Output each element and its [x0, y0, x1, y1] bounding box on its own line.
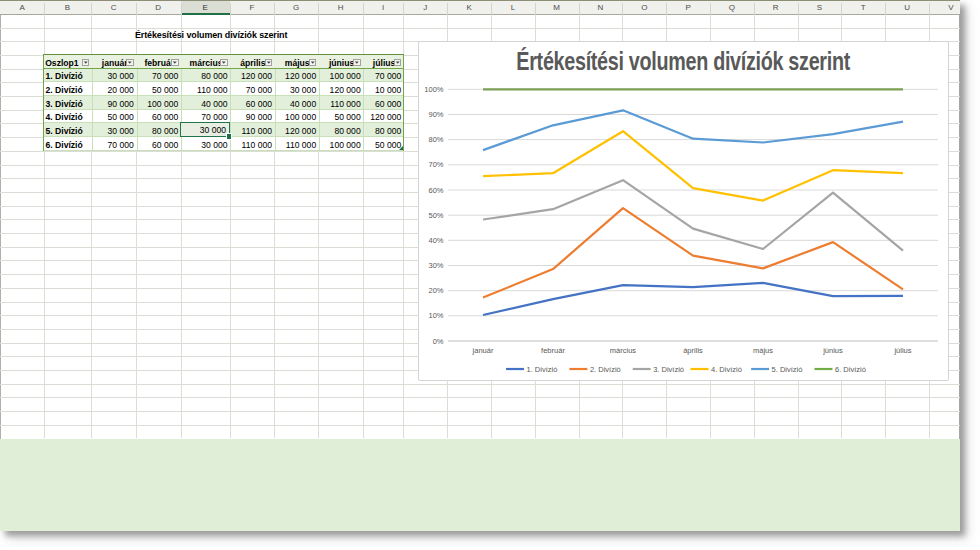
svg-text:0%: 0%: [433, 336, 444, 345]
svg-text:80%: 80%: [429, 135, 444, 144]
svg-text:100%: 100%: [425, 84, 445, 93]
svg-text:január: január: [472, 345, 494, 354]
svg-text:április: április: [684, 345, 704, 354]
svg-text:10%: 10%: [429, 311, 444, 320]
svg-text:1. Divízió: 1. Divízió: [527, 364, 558, 373]
svg-text:50%: 50%: [429, 210, 444, 219]
svg-text:március: március: [610, 345, 637, 354]
svg-text:május: május: [753, 345, 773, 354]
svg-text:20%: 20%: [429, 286, 444, 295]
svg-text:60%: 60%: [429, 185, 444, 194]
svg-text:2. Divízió: 2. Divízió: [590, 364, 621, 373]
svg-text:4. Divízió: 4. Divízió: [711, 364, 742, 373]
svg-text:július: július: [894, 345, 912, 354]
svg-text:június: június: [823, 345, 844, 354]
svg-text:30%: 30%: [429, 261, 444, 270]
svg-text:február: február: [542, 345, 566, 354]
svg-text:5. Divízió: 5. Divízió: [772, 364, 803, 373]
svg-text:40%: 40%: [429, 235, 444, 244]
svg-text:90%: 90%: [429, 110, 444, 119]
svg-text:70%: 70%: [429, 160, 444, 169]
svg-text:6. Divízió: 6. Divízió: [835, 364, 866, 373]
svg-text:3. Divízió: 3. Divízió: [654, 364, 685, 373]
